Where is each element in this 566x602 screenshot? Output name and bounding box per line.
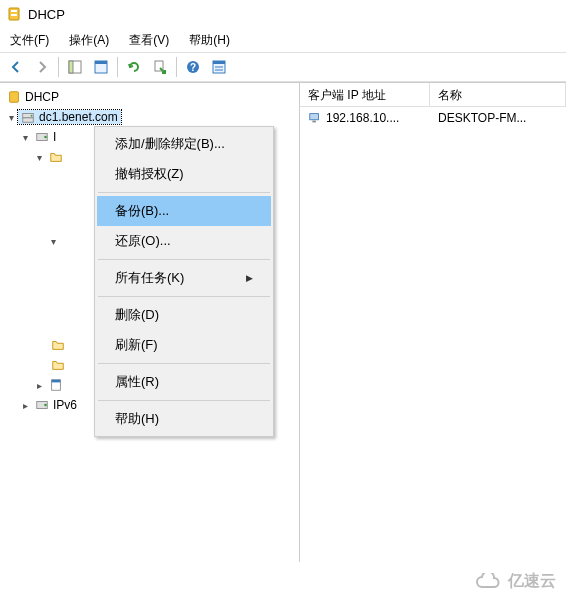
cell-name-value: DESKTOP-FM...: [430, 109, 566, 127]
collapse-icon[interactable]: ▾: [46, 236, 60, 247]
context-menu-separator: [98, 363, 270, 364]
title-bar: DHCP: [0, 0, 566, 28]
tree-server-node[interactable]: ▾ dc1.benet.com: [0, 107, 299, 127]
dhcp-icon: [7, 90, 21, 104]
collapse-icon[interactable]: ▾: [4, 112, 18, 123]
tree-label: dc1.benet.com: [39, 110, 118, 124]
column-name[interactable]: 名称: [430, 83, 566, 106]
watermark-text: 亿速云: [508, 571, 556, 592]
ipv6-icon: [35, 398, 49, 412]
ctx-properties[interactable]: 属性(R): [97, 367, 271, 397]
collapse-icon[interactable]: ▾: [18, 132, 32, 143]
menubar: 文件(F) 操作(A) 查看(V) 帮助(H): [0, 28, 566, 52]
server-icon: [21, 110, 35, 124]
forward-button[interactable]: [30, 55, 54, 79]
svg-rect-1: [11, 10, 17, 12]
tree-label: DHCP: [25, 90, 59, 104]
svg-rect-16: [23, 118, 34, 122]
ipv4-icon: [35, 130, 49, 144]
menu-view[interactable]: 查看(V): [125, 30, 173, 50]
folder-icon: [49, 150, 63, 164]
ctx-restore[interactable]: 还原(O)...: [97, 226, 271, 256]
svg-rect-24: [310, 114, 319, 120]
menu-help[interactable]: 帮助(H): [185, 30, 234, 50]
menu-file[interactable]: 文件(F): [6, 30, 53, 50]
svg-rect-6: [95, 61, 107, 64]
list-row[interactable]: 192.168.10.... DESKTOP-FM...: [300, 107, 566, 129]
watermark: 亿速云: [474, 571, 556, 592]
toolbar-separator: [58, 57, 59, 77]
expand-icon[interactable]: ▸: [18, 400, 32, 411]
folder-icon: [51, 358, 65, 372]
svg-rect-2: [11, 14, 17, 16]
collapse-icon[interactable]: ▾: [32, 152, 46, 163]
show-hide-tree-button[interactable]: [63, 55, 87, 79]
ctx-revoke-auth[interactable]: 撤销授权(Z): [97, 159, 271, 189]
svg-point-19: [44, 136, 47, 139]
ctx-help[interactable]: 帮助(H): [97, 404, 271, 434]
svg-rect-14: [10, 92, 19, 103]
svg-point-23: [44, 404, 47, 407]
list-header: 客户端 IP 地址 名称: [300, 83, 566, 107]
folder-icon: [51, 338, 65, 352]
tree-root-dhcp[interactable]: DHCP: [0, 87, 299, 107]
context-menu-separator: [98, 400, 270, 401]
toolbar: ?: [0, 52, 566, 82]
expand-icon[interactable]: ▸: [32, 380, 46, 391]
back-button[interactable]: [4, 55, 28, 79]
svg-rect-25: [312, 121, 316, 123]
ctx-backup[interactable]: 备份(B)...: [97, 196, 271, 226]
context-menu-separator: [98, 259, 270, 260]
tree-label: I: [53, 130, 56, 144]
svg-rect-4: [69, 61, 73, 73]
dhcp-app-icon: [6, 6, 22, 22]
svg-point-17: [31, 115, 33, 117]
svg-text:?: ?: [190, 62, 196, 73]
refresh-button[interactable]: [122, 55, 146, 79]
properties-button[interactable]: [89, 55, 113, 79]
view-options-button[interactable]: [207, 55, 231, 79]
cell-ip-value: 192.168.10....: [326, 111, 399, 125]
toolbar-separator: [117, 57, 118, 77]
menu-action[interactable]: 操作(A): [65, 30, 113, 50]
app-title: DHCP: [28, 7, 65, 22]
export-list-button[interactable]: [148, 55, 172, 79]
cloud-icon: [474, 573, 502, 591]
ctx-delete[interactable]: 删除(D): [97, 300, 271, 330]
svg-rect-11: [213, 61, 225, 64]
ctx-all-tasks[interactable]: 所有任务(K): [97, 263, 271, 293]
ctx-refresh[interactable]: 刷新(F): [97, 330, 271, 360]
ctx-add-remove-binding[interactable]: 添加/删除绑定(B)...: [97, 129, 271, 159]
list-panel: 客户端 IP 地址 名称 192.168.10.... DESKTOP-FM..…: [300, 83, 566, 562]
toolbar-separator: [176, 57, 177, 77]
context-menu-separator: [98, 192, 270, 193]
column-client-ip[interactable]: 客户端 IP 地址: [300, 83, 430, 106]
svg-rect-21: [52, 380, 61, 383]
policy-icon: [49, 378, 63, 392]
context-menu-separator: [98, 296, 270, 297]
help-button[interactable]: ?: [181, 55, 205, 79]
tree-label: IPv6: [53, 398, 77, 412]
content-area: DHCP ▾ dc1.benet.com ▾ I ▾: [0, 82, 566, 562]
context-menu: 添加/删除绑定(B)... 撤销授权(Z) 备份(B)... 还原(O)... …: [94, 126, 274, 437]
computer-icon: [308, 111, 322, 125]
